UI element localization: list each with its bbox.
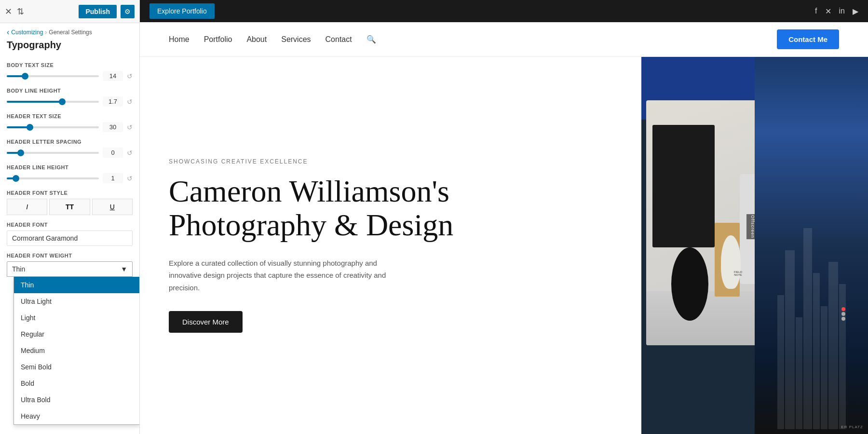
- linkedin-icon[interactable]: in: [839, 7, 845, 15]
- fontweight-option-semibold[interactable]: Semi Bold: [14, 359, 139, 375]
- header-font-style-control: HEADER FONT STYLE I TT U: [7, 190, 133, 215]
- breadcrumb-current: General Settings: [49, 29, 92, 36]
- site-topbar: Explore Portfolio f ✕ in ▶: [140, 0, 868, 22]
- bold-button[interactable]: TT: [49, 199, 90, 215]
- er-platz-label: ER PLATZ: [841, 425, 863, 429]
- breadcrumb-parent[interactable]: Customizing: [11, 29, 43, 36]
- header-text-size-reset[interactable]: ↺: [127, 123, 133, 131]
- header-font-select[interactable]: Cormorant Garamond: [7, 231, 133, 246]
- hero-title: Cameron Williamson's Photography & Desig…: [169, 175, 612, 243]
- hero-section: SHOWCASING CREATIVE EXCELLENCE Cameron W…: [140, 57, 868, 434]
- breadcrumb-separator: ›: [45, 29, 47, 36]
- body-text-size-value[interactable]: 14: [103, 71, 123, 81]
- hero-right-images: FIELDNOTE Offscreen: [641, 57, 868, 434]
- nav-services[interactable]: Services: [281, 35, 311, 44]
- body-line-height-reset[interactable]: ↺: [127, 98, 133, 106]
- customizer-panel: ✕ ⇅ Publish ⚙ ‹ Customizing › General Se…: [0, 0, 140, 434]
- header-text-size-label: HEADER TEXT SIZE: [7, 113, 133, 119]
- traffic-light-red: [841, 307, 845, 311]
- header-line-height-slider[interactable]: [7, 174, 99, 183]
- discover-more-button[interactable]: Discover More: [169, 311, 243, 333]
- body-line-height-label: BODY LINE HEIGHT: [7, 88, 133, 94]
- body-text-size-control: BODY TEXT SIZE 14 ↺: [7, 62, 133, 81]
- italic-button[interactable]: I: [7, 199, 47, 215]
- hero-subtitle: SHOWCASING CREATIVE EXCELLENCE: [169, 158, 612, 165]
- header-letter-spacing-label: HEADER LETTER SPACING: [7, 139, 133, 145]
- body-text-size-slider[interactable]: [7, 71, 99, 81]
- traffic-light-green: [841, 317, 845, 321]
- nav-about[interactable]: About: [246, 35, 267, 44]
- font-style-buttons: I TT U: [7, 199, 133, 215]
- facebook-icon[interactable]: f: [815, 7, 817, 15]
- header-letter-spacing-reset[interactable]: ↺: [127, 149, 133, 157]
- explore-portfolio-button[interactable]: Explore Portfolio: [149, 3, 215, 19]
- header-text-size-value[interactable]: 30: [103, 122, 123, 132]
- site-navbar: Home Portfolio About Services Contact 🔍 …: [140, 22, 868, 57]
- body-line-height-control: BODY LINE HEIGHT 1.7 ↺: [7, 88, 133, 107]
- publish-group: Publish ⚙: [79, 5, 135, 18]
- site-main: SHOWCASING CREATIVE EXCELLENCE Cameron W…: [140, 57, 868, 434]
- twitter-x-icon[interactable]: ✕: [825, 7, 831, 16]
- header-font-weight-label: HEADER FONT WEIGHT: [7, 253, 133, 258]
- hero-description: Explore a curated collection of visually…: [169, 257, 400, 294]
- header-line-height-reset[interactable]: ↺: [127, 175, 133, 182]
- chevron-down-icon: ▼: [121, 265, 127, 273]
- header-font-style-label: HEADER FONT STYLE: [7, 190, 133, 196]
- reorder-icon[interactable]: ⇅: [17, 6, 24, 17]
- underline-button[interactable]: U: [92, 199, 133, 215]
- nav-contact[interactable]: Contact: [326, 35, 352, 44]
- contact-me-button[interactable]: Contact Me: [777, 29, 839, 49]
- city-skyline: [755, 206, 868, 429]
- fontweight-option-regular[interactable]: Regular: [14, 326, 139, 342]
- header-text-size-row: 30 ↺: [7, 122, 133, 132]
- fontweight-option-ultralight[interactable]: Ultra Light: [14, 293, 139, 310]
- preview-area: Explore Portfolio f ✕ in ▶ Home Portfoli…: [140, 0, 868, 434]
- site-topbar-right: f ✕ in ▶: [815, 7, 858, 16]
- header-letter-spacing-row: 0 ↺: [7, 148, 133, 158]
- header-font-label: HEADER FONT: [7, 222, 133, 228]
- city-image: ER PLATZ: [755, 57, 868, 434]
- traffic-light-yellow: [841, 312, 845, 316]
- header-line-height-control: HEADER LINE HEIGHT 1 ↺: [7, 164, 133, 183]
- search-icon[interactable]: 🔍: [366, 35, 376, 44]
- body-line-height-value[interactable]: 1.7: [103, 96, 123, 107]
- nav-home[interactable]: Home: [169, 35, 190, 44]
- fontweight-option-medium[interactable]: Medium: [14, 342, 139, 359]
- header-font-weight-display[interactable]: Thin ▼: [7, 261, 133, 277]
- header-text-size-control: HEADER TEXT SIZE 30 ↺: [7, 113, 133, 132]
- header-letter-spacing-control: HEADER LETTER SPACING 0 ↺: [7, 139, 133, 158]
- nav-portfolio[interactable]: Portfolio: [204, 35, 232, 44]
- header-letter-spacing-slider[interactable]: [7, 148, 99, 158]
- body-text-size-label: BODY TEXT SIZE: [7, 62, 133, 68]
- body-line-height-row: 1.7 ↺: [7, 96, 133, 107]
- fontweight-option-ultrabold[interactable]: Ultra Bold: [14, 392, 139, 408]
- back-icon[interactable]: ‹: [7, 28, 9, 37]
- header-line-height-row: 1 ↺: [7, 173, 133, 183]
- header-line-height-label: HEADER LINE HEIGHT: [7, 164, 133, 170]
- header-letter-spacing-value[interactable]: 0: [103, 148, 123, 158]
- fontweight-option-heavy[interactable]: Heavy: [14, 408, 139, 424]
- panel-content: BODY TEXT SIZE 14 ↺ BODY LINE HEIGHT: [0, 56, 139, 434]
- topbar-left: ✕ ⇅: [5, 6, 24, 17]
- site-topbar-left: Explore Portfolio: [149, 3, 215, 19]
- header-font-control: HEADER FONT Cormorant Garamond: [7, 222, 133, 246]
- fontweight-option-thin[interactable]: Thin: [14, 277, 139, 293]
- header-text-size-slider[interactable]: [7, 122, 99, 132]
- settings-gear-button[interactable]: ⚙: [121, 5, 135, 18]
- hero-left-content: SHOWCASING CREATIVE EXCELLENCE Cameron W…: [140, 57, 641, 434]
- close-icon[interactable]: ✕: [5, 6, 12, 17]
- selected-weight-label: Thin: [12, 265, 25, 273]
- body-text-size-reset[interactable]: ↺: [127, 72, 133, 80]
- header-font-weight-control: HEADER FONT WEIGHT Thin ▼ Thin Ultra Lig…: [7, 253, 133, 277]
- breadcrumb: ‹ Customizing › General Settings: [0, 23, 139, 39]
- panel-title: Typography: [0, 39, 139, 56]
- fontweight-option-bold[interactable]: Bold: [14, 375, 139, 392]
- traffic-light: [841, 307, 845, 321]
- publish-button[interactable]: Publish: [79, 5, 117, 18]
- panel-topbar: ✕ ⇅ Publish ⚙: [0, 0, 139, 23]
- header-font-select-row: Cormorant Garamond: [7, 231, 133, 246]
- youtube-icon[interactable]: ▶: [853, 7, 858, 16]
- fontweight-option-light[interactable]: Light: [14, 310, 139, 326]
- header-line-height-value[interactable]: 1: [103, 173, 123, 183]
- body-line-height-slider[interactable]: [7, 97, 99, 107]
